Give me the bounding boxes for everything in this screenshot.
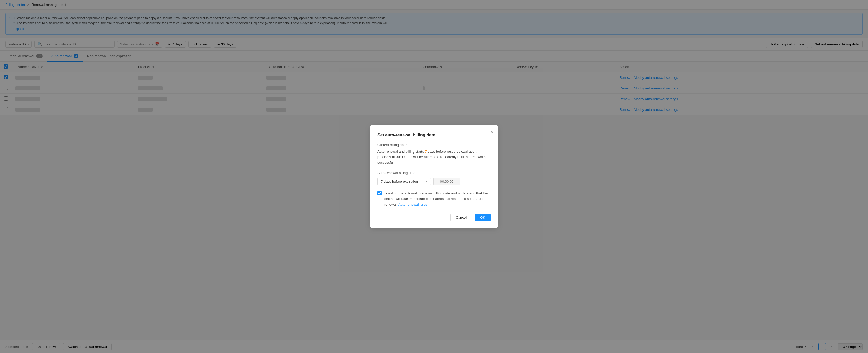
- modal-overlay[interactable]: Set auto-renewal billing date × Current …: [0, 0, 868, 115]
